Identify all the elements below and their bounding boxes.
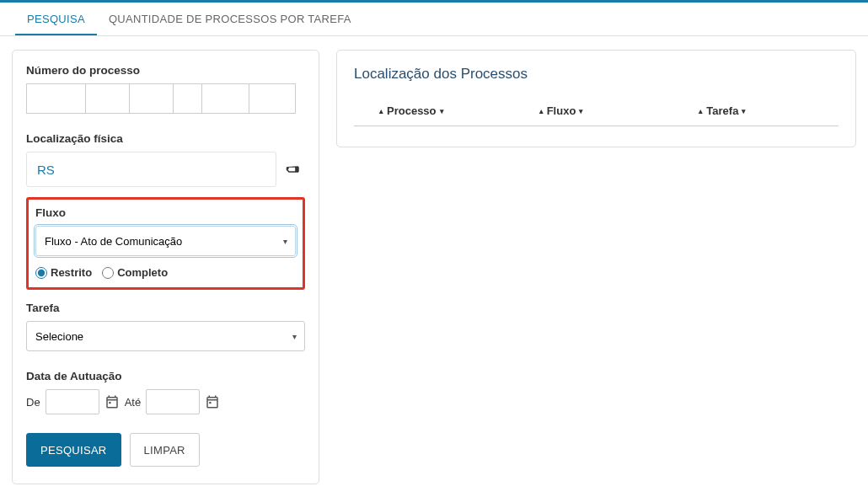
tarefa-label: Tarefa bbox=[26, 302, 305, 314]
numero-trib-input[interactable] bbox=[201, 83, 249, 114]
col-fluxo-label: Fluxo bbox=[547, 104, 576, 117]
col-processo-label: Processo bbox=[387, 104, 437, 117]
results-header-row: ▴ Processo ▾ ▴ Fluxo ▾ ▴ Tarefa ▾ bbox=[354, 104, 839, 126]
sort-down-icon: ▾ bbox=[579, 107, 583, 115]
sort-up-icon: ▴ bbox=[379, 107, 383, 115]
radio-restrito-label[interactable]: Restrito bbox=[35, 266, 92, 279]
sort-up-icon: ▴ bbox=[539, 107, 544, 115]
data-autuacao-label: Data de Autuação bbox=[26, 370, 305, 382]
localizacao-label: Localização física bbox=[26, 132, 305, 145]
limpar-button[interactable]: LIMPAR bbox=[130, 433, 200, 467]
calendar-icon[interactable] bbox=[104, 394, 120, 409]
col-tarefa-label: Tarefa bbox=[706, 104, 738, 117]
fluxo-select[interactable]: Fluxo - Ato de Comunicação bbox=[35, 226, 296, 256]
pesquisar-button[interactable]: PESQUISAR bbox=[26, 433, 121, 467]
col-processo[interactable]: ▴ Processo ▾ bbox=[354, 104, 519, 117]
col-tarefa[interactable]: ▴ Tarefa ▾ bbox=[678, 104, 839, 117]
date-de-label: De bbox=[26, 396, 40, 409]
sort-down-icon: ▾ bbox=[440, 107, 444, 115]
date-ate-input[interactable] bbox=[146, 389, 200, 414]
fluxo-highlighted-section: Fluxo Fluxo - Ato de Comunicação ▾ Restr… bbox=[26, 197, 305, 290]
tab-bar: PESQUISA QUANTIDADE DE PROCESSOS POR TAR… bbox=[0, 3, 868, 36]
tab-pesquisa[interactable]: PESQUISA bbox=[15, 3, 97, 35]
date-ate-label: Até bbox=[125, 396, 142, 409]
radio-restrito[interactable] bbox=[35, 267, 47, 279]
radio-completo[interactable] bbox=[102, 267, 114, 279]
eraser-icon[interactable] bbox=[276, 152, 310, 186]
sort-down-icon: ▾ bbox=[742, 107, 746, 115]
localizacao-input[interactable] bbox=[26, 152, 276, 187]
calendar-icon[interactable] bbox=[205, 394, 220, 409]
results-title: Localização dos Processos bbox=[354, 66, 839, 83]
numero-jud-input[interactable] bbox=[173, 83, 201, 114]
results-panel: Localização dos Processos ▴ Processo ▾ ▴… bbox=[336, 50, 856, 147]
sort-up-icon: ▴ bbox=[699, 107, 703, 115]
numero-processo-label: Número do processo bbox=[26, 64, 305, 77]
date-de-input[interactable] bbox=[46, 389, 99, 414]
tab-quantidade[interactable]: QUANTIDADE DE PROCESSOS POR TAREFA bbox=[97, 3, 363, 35]
numero-dv-input[interactable] bbox=[85, 83, 129, 114]
numero-ano-input[interactable] bbox=[129, 83, 173, 114]
numero-seq-input[interactable] bbox=[26, 83, 85, 114]
radio-restrito-text: Restrito bbox=[51, 266, 92, 279]
radio-completo-label[interactable]: Completo bbox=[102, 266, 168, 279]
numero-processo-group bbox=[26, 83, 305, 114]
tarefa-select[interactable]: Selecione bbox=[26, 321, 305, 351]
search-panel: Número do processo Localização física Fl… bbox=[12, 50, 319, 484]
radio-completo-text: Completo bbox=[117, 266, 168, 279]
col-fluxo[interactable]: ▴ Fluxo ▾ bbox=[519, 104, 679, 117]
fluxo-label: Fluxo bbox=[35, 206, 296, 219]
numero-origem-input[interactable] bbox=[249, 83, 296, 114]
